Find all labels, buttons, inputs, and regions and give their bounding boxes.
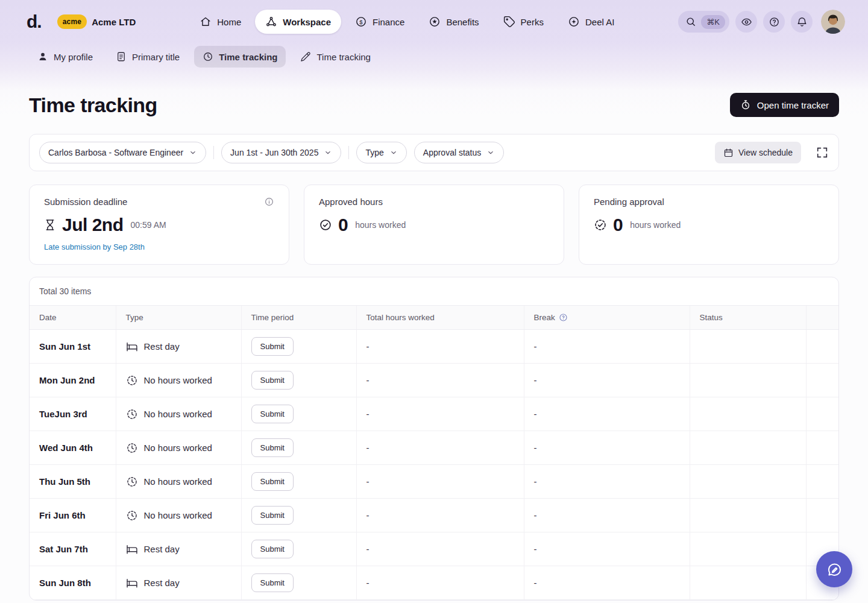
chat-fab-button[interactable] — [816, 551, 852, 587]
table-row: TueJun 3rd No hours worked Submit - - — [30, 397, 838, 431]
open-time-tracker-button[interactable]: Open time tracker — [730, 93, 839, 117]
search-button[interactable]: ⌘K — [678, 11, 729, 33]
submit-button[interactable]: Submit — [251, 573, 294, 592]
column-status: Status — [690, 306, 806, 330]
bed-icon — [126, 577, 138, 589]
row-type-label: No hours worked — [144, 409, 212, 419]
nav-item-finance[interactable]: $ Finance — [345, 10, 415, 34]
table-row: Wed Jun 4th No hours worked Submit - - — [30, 431, 838, 465]
row-break: - — [524, 532, 690, 566]
tab-primary-title[interactable]: Primary title — [107, 46, 188, 68]
column-break-label: Break — [534, 313, 555, 322]
nav-label: Finance — [373, 17, 404, 27]
date-range-dropdown[interactable]: Jun 1st - Jun 30th 2025 — [221, 142, 341, 163]
table-row: Fri Jun 6th No hours worked Submit - - — [30, 499, 838, 532]
view-schedule-button[interactable]: View schedule — [715, 142, 801, 163]
primary-nav: Home Workspace $ Finance Benefits Perks … — [189, 10, 624, 34]
row-status — [690, 397, 806, 431]
approved-hours-value: 0 — [338, 215, 348, 235]
expand-icon — [816, 146, 829, 159]
bed-icon — [126, 543, 138, 555]
nav-label: Home — [217, 17, 241, 27]
nav-item-workspace[interactable]: Workspace — [255, 10, 341, 34]
nav-item-deel-ai[interactable]: Deel AI — [558, 10, 624, 34]
nav-item-perks[interactable]: Perks — [493, 10, 554, 34]
row-date: Fri Jun 6th — [30, 499, 116, 532]
chat-edit-icon — [826, 561, 843, 578]
type-filter-dropdown[interactable]: Type — [356, 142, 406, 163]
main-content: Time tracking Open time tracker Carlos B… — [0, 93, 868, 601]
nav-label: Perks — [521, 17, 544, 27]
table-row: Thu Jun 5th No hours worked Submit - - — [30, 465, 838, 499]
tab-time-tracking[interactable]: Time tracking — [194, 46, 286, 68]
bell-icon — [796, 16, 808, 28]
clock-dashed-icon — [126, 510, 138, 522]
brand-area: d. acme Acme LTD — [27, 11, 136, 32]
row-break: - — [524, 499, 690, 532]
table-body: Sun Jun 1st Rest day Submit - - Mon Jun … — [30, 330, 838, 600]
info-icon[interactable] — [264, 197, 274, 207]
approval-status-dropdown[interactable]: Approval status — [414, 142, 505, 163]
column-actions — [806, 306, 838, 330]
late-submission-link[interactable]: Late submission by Sep 28th — [44, 242, 145, 251]
fullscreen-button[interactable] — [816, 146, 829, 159]
clock-dashed-icon — [126, 442, 138, 454]
row-date: Mon Jun 2nd — [30, 364, 116, 397]
row-date: Thu Jun 5th — [30, 465, 116, 499]
time-tracking-table: Date Type Time period Total hours worked… — [30, 305, 838, 600]
pen-icon — [300, 51, 311, 62]
row-total-hours: - — [356, 499, 524, 532]
submit-button[interactable]: Submit — [251, 371, 294, 390]
clock-dashed-icon — [126, 374, 138, 387]
deel-ai-icon — [568, 16, 580, 28]
home-icon — [200, 16, 212, 28]
submit-button[interactable]: Submit — [251, 405, 294, 423]
profile-tabs: My profile Primary title Time tracking T… — [0, 43, 868, 74]
time-tracking-table-card: Total 30 items Date Type Time period Tot… — [29, 277, 839, 601]
deel-logo[interactable]: d. — [27, 11, 42, 32]
approved-hours-card: Approved hours 0 hours worked — [304, 185, 564, 265]
help-button[interactable] — [763, 11, 785, 33]
row-date: Wed Jun 4th — [30, 431, 116, 465]
row-status — [690, 499, 806, 532]
submit-button[interactable]: Submit — [251, 540, 294, 558]
company-badge: acme — [57, 14, 87, 29]
card-title: Pending approval — [594, 197, 664, 207]
view-schedule-label: View schedule — [738, 148, 793, 157]
chevron-down-icon — [189, 148, 197, 157]
row-type-label: No hours worked — [144, 510, 212, 520]
preview-mode-button[interactable] — [735, 11, 757, 33]
document-icon — [116, 51, 127, 62]
table-summary: Total 30 items — [30, 277, 838, 305]
column-type: Type — [116, 306, 241, 330]
submit-button[interactable]: Submit — [251, 506, 294, 525]
row-actions — [806, 499, 838, 532]
row-actions — [806, 330, 838, 364]
tab-label: Time tracking — [316, 52, 370, 62]
nav-item-home[interactable]: Home — [189, 10, 251, 34]
notifications-button[interactable] — [791, 11, 813, 33]
submit-button[interactable]: Submit — [251, 472, 294, 491]
break-help-icon[interactable] — [559, 313, 568, 322]
tab-time-tracking-2[interactable]: Time tracking — [292, 46, 379, 68]
submit-button[interactable]: Submit — [251, 337, 294, 356]
row-date: Sun Jun 1st — [30, 330, 116, 364]
perks-icon — [503, 16, 515, 28]
column-break: Break — [524, 306, 690, 330]
chevron-down-icon — [486, 148, 495, 157]
employee-filter-dropdown[interactable]: Carlos Barbosa - Software Engineer — [39, 142, 206, 163]
summary-cards: Submission deadline Jul 2nd 00:59 AM Lat… — [29, 185, 839, 265]
row-type-label: Rest day — [144, 341, 180, 352]
row-type-label: No hours worked — [144, 443, 212, 453]
submit-button[interactable]: Submit — [251, 438, 294, 457]
column-total-hours: Total hours worked — [356, 306, 524, 330]
person-icon — [37, 51, 48, 62]
tab-label: Time tracking — [219, 52, 277, 62]
nav-item-benefits[interactable]: Benefits — [418, 10, 489, 34]
row-break: - — [524, 431, 690, 465]
user-avatar[interactable] — [821, 10, 845, 34]
table-row: Sun Jun 1st Rest day Submit - - — [30, 330, 838, 364]
tab-my-profile[interactable]: My profile — [29, 46, 101, 68]
row-total-hours: - — [356, 465, 524, 499]
company-switcher[interactable]: acme Acme LTD — [57, 14, 136, 29]
